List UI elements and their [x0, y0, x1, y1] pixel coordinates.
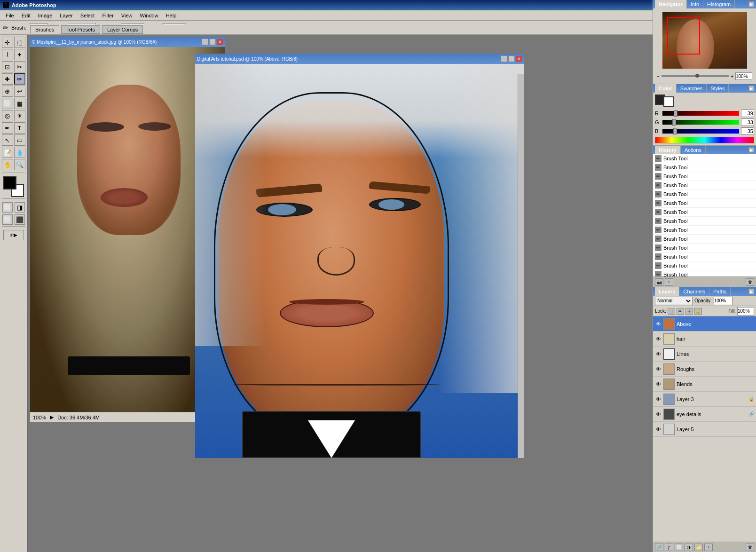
layer-item-eye-details[interactable]: 👁 eye details 🔗 [653, 407, 756, 422]
magic-wand-tool[interactable]: ✦ [14, 49, 25, 60]
doc2-minimize[interactable]: _ [501, 55, 507, 62]
doc2-restore[interactable]: □ [508, 55, 515, 62]
history-item[interactable]: ✏ Brush Tool [653, 270, 756, 276]
history-new-state[interactable]: + [665, 278, 673, 286]
eraser-tool[interactable]: ⬜ [2, 98, 13, 109]
layer-group-btn[interactable]: 📁 [694, 544, 703, 551]
history-item[interactable]: ✏ Brush Tool [653, 163, 756, 172]
r-value-input[interactable] [741, 110, 754, 117]
doc1-restore[interactable]: □ [209, 39, 216, 45]
layer-new-btn[interactable]: + [704, 544, 713, 551]
layer-link-btn[interactable]: 🔗 [655, 544, 663, 551]
history-brush-tool[interactable]: ↩ [14, 86, 25, 97]
lock-paint-btn[interactable]: ✏ [677, 308, 684, 315]
doc1-titlebar[interactable]: © Moshpire__12_by_mjranum_stock.jpg @ 10… [30, 37, 225, 47]
layer-blend-mode-select[interactable]: Normal Multiply Screen Overlay [655, 297, 693, 305]
doc1-close[interactable]: ✕ [217, 39, 223, 45]
history-item[interactable]: ✏ Brush Tool [653, 235, 756, 244]
layer-vis-above[interactable]: 👁 [655, 321, 662, 327]
brush-tool[interactable]: ✏ [14, 73, 25, 85]
zoom-out-icon[interactable]: − [657, 74, 660, 79]
tab-histogram[interactable]: Histogram [703, 0, 735, 8]
layer-vis-layer5[interactable]: 👁 [655, 426, 662, 433]
history-item[interactable]: ✏ Brush Tool [653, 261, 756, 270]
b-slider[interactable] [662, 129, 739, 134]
history-item[interactable]: ✏ Brush Tool [653, 208, 756, 217]
history-item[interactable]: ✏ Brush Tool [653, 181, 756, 190]
doc2-canvas[interactable] [195, 64, 524, 458]
eyedropper-tool[interactable]: 💧 [14, 147, 25, 158]
layer-adjustment-btn[interactable]: ◑ [685, 544, 693, 551]
imageready-button[interactable]: IR▶ [3, 230, 24, 240]
dodge-tool[interactable]: ☀ [14, 110, 25, 121]
tab-layers[interactable]: Layers [655, 287, 679, 296]
type-tool[interactable]: T [14, 122, 25, 134]
menu-select[interactable]: Select [77, 12, 99, 19]
color-spectrum-bar[interactable] [655, 137, 754, 143]
history-panel-menu[interactable]: ▶ [748, 147, 754, 153]
g-slider[interactable] [662, 120, 739, 125]
zoom-in-icon[interactable]: + [731, 74, 733, 79]
tab-paths[interactable]: Paths [709, 287, 731, 296]
layer-vis-roughs[interactable]: 👁 [655, 366, 662, 372]
color-bg-swatch[interactable] [663, 96, 674, 107]
color-swatch-area[interactable] [3, 176, 24, 197]
zoom-tool[interactable]: 🔍 [14, 159, 25, 170]
menu-image[interactable]: Image [34, 12, 56, 19]
lock-position-btn[interactable]: ✛ [685, 308, 693, 315]
layer-item-lines[interactable]: 👁 Lines [653, 347, 756, 362]
stamp-tool[interactable]: ⊕ [2, 86, 13, 97]
marquee-tool[interactable]: ⬚ [14, 37, 25, 48]
history-item[interactable]: ✏ Brush Tool [653, 226, 756, 235]
history-item[interactable]: ✏ Brush Tool [653, 199, 756, 208]
menu-help[interactable]: Help [162, 12, 181, 19]
tab-navigator[interactable]: Navigator [655, 0, 687, 8]
history-delete[interactable]: 🗑 [746, 278, 754, 286]
tab-info[interactable]: Info [687, 0, 703, 8]
doc2-close[interactable]: ✕ [516, 55, 522, 62]
layer-vis-blends[interactable]: 👁 [655, 381, 662, 387]
history-item[interactable]: ✏ Brush Tool [653, 154, 756, 163]
quick-mask-standard[interactable]: ⬜ [2, 202, 13, 213]
layer-style-btn[interactable]: ƒ [665, 544, 673, 551]
shape-tool[interactable]: ▭ [14, 134, 25, 146]
screen-mode-standard[interactable]: ⬜ [2, 214, 13, 225]
history-new-snapshot[interactable]: 📷 [655, 278, 663, 286]
layer-opacity-input[interactable] [714, 297, 732, 305]
layer-item-roughs[interactable]: 👁 Roughs [653, 362, 756, 377]
screen-mode-full[interactable]: ⬛ [15, 214, 25, 225]
quick-mask-overlay[interactable]: ◨ [15, 202, 25, 213]
path-select-tool[interactable]: ↖ [2, 134, 13, 146]
tab-layer-comps[interactable]: Layer Comps [102, 25, 143, 34]
lock-all-btn[interactable]: 🔒 [694, 308, 702, 315]
r-slider[interactable] [662, 111, 739, 116]
tab-tool-presets[interactable]: Tool Presets [61, 25, 100, 34]
tab-channels[interactable]: Channels [679, 287, 709, 296]
layers-panel-menu[interactable]: ▶ [748, 289, 754, 294]
navigator-panel-menu[interactable]: ▶ [748, 1, 754, 7]
layer-vis-eye-details[interactable]: 👁 [655, 411, 662, 418]
menu-view[interactable]: View [118, 12, 136, 19]
menu-window[interactable]: Window [136, 12, 162, 19]
layer-mask-btn[interactable]: ⬜ [675, 544, 683, 551]
tab-swatches[interactable]: Swatches [677, 84, 707, 93]
layer-item-layer5[interactable]: 👁 Layer 5 [653, 422, 756, 437]
g-value-input[interactable] [741, 118, 754, 126]
crop-tool[interactable]: ⊡ [2, 61, 13, 72]
history-item[interactable]: ✏ Brush Tool [653, 252, 756, 261]
history-item[interactable]: ✏ Brush Tool [653, 172, 756, 181]
move-tool[interactable]: ✛ [2, 37, 13, 48]
menu-layer[interactable]: Layer [56, 12, 77, 19]
history-item[interactable]: ✏ Brush Tool [653, 217, 756, 226]
color-panel-menu[interactable]: ▶ [748, 86, 754, 91]
tab-styles[interactable]: Styles [707, 84, 729, 93]
layer-vis-hair[interactable]: 👁 [655, 336, 662, 342]
slice-tool[interactable]: ✂ [14, 61, 25, 72]
layer-vis-layer3[interactable]: 👁 [655, 396, 662, 402]
zoom-slider[interactable] [662, 75, 729, 77]
tab-color[interactable]: Color [655, 84, 677, 93]
heal-tool[interactable]: ✚ [2, 73, 13, 85]
doc2-titlebar[interactable]: Digital Arts tutorial.psd @ 100% (Above,… [195, 54, 524, 64]
notes-tool[interactable]: 📝 [2, 147, 13, 158]
lock-transparent-btn[interactable]: ⬚ [668, 308, 675, 315]
